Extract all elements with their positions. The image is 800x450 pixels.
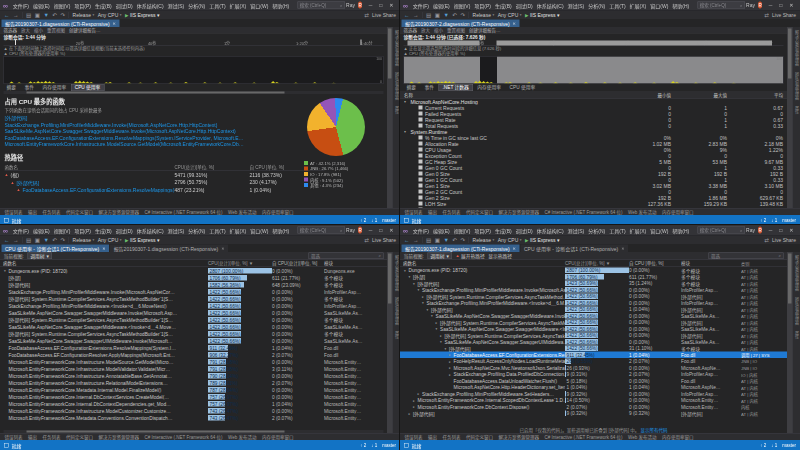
vertical-scrollbar[interactable] [387, 27, 393, 208]
table-row[interactable]: [外部代码] System.Runtime.CompilerServices.A… [0, 316, 387, 323]
close-icon[interactable] [513, 21, 516, 27]
detail-tab[interactable]: 事件 [421, 85, 438, 91]
expander-icon[interactable]: ▾ [444, 346, 448, 350]
horizontal-scrollbar[interactable] [4, 430, 384, 433]
create-report-button[interactable]: 创建详细报告… [469, 27, 501, 34]
search-input[interactable]: 搜索 (Ctrl+Q)⌕ [697, 2, 745, 9]
menu-item[interactable]: 编辑(E) [431, 226, 452, 234]
counter-row[interactable]: Gen 2 GC Count 0 0 0 [400, 189, 787, 195]
menu-item[interactable]: 文件(F) [411, 1, 431, 9]
table-row[interactable]: ▾[外部代码] 1423 (50.69%) 35 (1.24%) 多个模块 AT… [400, 280, 787, 287]
table-row[interactable]: SaaSLikeMe.AspNetCore.Swagger.SwaggerUIM… [0, 337, 387, 344]
expander-icon[interactable]: ▾ [426, 307, 430, 311]
expander-icon[interactable]: ▾ [403, 268, 407, 272]
side-tab[interactable]: 属性 [794, 106, 800, 114]
platform-dropdown[interactable]: Any CPU▾ [498, 12, 522, 18]
new-file-icon[interactable]: ▤ [26, 12, 31, 19]
counter-checkbox[interactable] [419, 142, 423, 146]
counter-row[interactable]: Current Requests 0 1 0.67 [400, 105, 787, 111]
zoom-out-button[interactable]: 缩小 [434, 27, 443, 34]
document-tab[interactable]: 报告20190307-1.diagsession (CTi-Responsive… [110, 245, 228, 253]
table-row[interactable]: Microsoft.EntityFrameworkCore.Infrastruc… [0, 365, 387, 372]
vertical-scrollbar[interactable] [787, 252, 793, 433]
menu-item[interactable]: 窗口(W) [648, 226, 670, 234]
close-button[interactable]: ✕ [786, 2, 797, 8]
document-tab[interactable]: 报告20190307-1.diagsession (CTi-Responsive… [2, 20, 120, 28]
counter-row[interactable]: Total Requests 0 1 0.33 [400, 123, 787, 129]
menu-item[interactable]: 分析(N) [586, 226, 607, 234]
table-row[interactable]: [外部] 1706 (60.79%) 611 (21.77%) 多个模块 [0, 274, 387, 281]
menu-item[interactable]: 视图(V) [52, 226, 73, 234]
menu-item[interactable]: 工具(T) [607, 1, 627, 9]
close-icon[interactable] [113, 21, 116, 27]
table-row[interactable]: ▸StackExchange.Profiling.Data.ProfiledDb… [400, 371, 787, 378]
side-tab[interactable]: 解决方案资源管理器 [794, 30, 800, 66]
side-tab[interactable]: 属性 [394, 106, 400, 114]
playhead-marker[interactable] [15, 40, 16, 46]
menu-item[interactable]: 窗口(W) [248, 1, 270, 9]
configuration-dropdown[interactable]: Release▾ [473, 237, 495, 243]
share-icon[interactable]: ⇄ [364, 237, 369, 244]
filter-button[interactable]: 筛选器 [404, 27, 418, 34]
table-row[interactable]: FooDatabaseAccess.EF.ConfigurationResolv… [0, 351, 387, 358]
expander-icon[interactable]: ▾ [3, 269, 7, 273]
filter-input[interactable]: 筛选⌕ [709, 253, 784, 260]
avatar[interactable]: R [358, 2, 362, 9]
side-tab[interactable]: 团队资源管理器 [794, 72, 800, 100]
configuration-dropdown[interactable]: Release▾ [473, 12, 495, 18]
menu-item[interactable]: 工具(T) [207, 1, 227, 9]
expander-icon[interactable]: ▾ [408, 275, 412, 279]
detail-tab[interactable]: CPU 使用率 [506, 85, 539, 91]
close-icon[interactable] [513, 246, 516, 252]
configuration-dropdown[interactable]: Release▾ [73, 12, 95, 18]
close-button[interactable]: ✕ [786, 227, 797, 233]
undo-icon[interactable]: ↶ [52, 12, 57, 19]
avatar[interactable]: R [758, 2, 762, 9]
start-debug-button[interactable]: ▶IIS Express▾ [125, 237, 160, 243]
forward-icon[interactable]: → [413, 237, 419, 243]
view-selector-dropdown[interactable]: 调用树▾ [427, 253, 452, 260]
menu-item[interactable]: 文件(F) [411, 226, 431, 234]
expander-icon[interactable]: ▸ [448, 359, 452, 363]
table-row[interactable]: ▸Microsoft.EntityFrameworkCore.Internal.… [400, 397, 787, 404]
document-tab[interactable]: CPU 使用率 - 诊断会话1 (CTi-Responsive) [2, 245, 110, 253]
detail-tab[interactable]: 内存使用率 [474, 85, 505, 91]
counter-row[interactable]: Exception Count 0 0 0 [400, 153, 787, 159]
show-hot-path-button[interactable]: 显示热路径 [488, 252, 512, 259]
live-share-button[interactable]: Live Share [772, 237, 796, 243]
redo-icon[interactable]: ↷ [60, 237, 65, 244]
expander-icon[interactable]: ▾ [435, 327, 439, 331]
table-row[interactable]: ▾[外部代码] 1422 (50.66%) 1 (0.04%) [外部代码] A… [400, 306, 787, 313]
menu-item[interactable]: 帮助(H) [270, 1, 291, 9]
counter-row[interactable]: Request Rate 0 1 0.67 [400, 117, 787, 123]
expander-icon[interactable]: ▾ [421, 301, 425, 305]
back-icon[interactable]: ← [404, 237, 410, 243]
open-file-icon[interactable]: ▣ [435, 12, 440, 19]
menu-item[interactable]: 调试(D) [514, 1, 535, 9]
live-share-button[interactable]: Live Share [372, 12, 396, 18]
status-item[interactable]: ↑ 2 [760, 218, 766, 223]
table-row[interactable]: Microsoft.EntityFrameworkCore.Metadata.I… [0, 386, 387, 393]
hot-path-row[interactable]: ▲(根) 5471 (99.31%) 2116 (38.73%) [5, 171, 325, 179]
minimize-button[interactable]: ─ [365, 227, 376, 233]
menu-item[interactable]: 项目(P) [472, 226, 493, 234]
table-row[interactable]: FooDatabaseAccess.DataUnloadWatcher.Flus… [400, 378, 787, 385]
table-row[interactable]: ▸[外部代码] 9 (0.32%) 9 (0.32%) [外部代码] AT | … [400, 410, 787, 417]
pie-chart[interactable] [307, 98, 365, 156]
show-all-code-link[interactable]: 显示所有代码 [641, 428, 668, 433]
zoom-out-button[interactable]: 缩小 [34, 27, 43, 34]
redo-icon[interactable]: ↷ [460, 12, 465, 19]
save-icon[interactable]: ▼ [43, 237, 48, 243]
function-name[interactable]: [外部代码] [16, 179, 39, 187]
menu-item[interactable]: 测试(S) [166, 226, 187, 234]
table-row[interactable]: Microsoft.EntityFrameworkCore.Metadata.C… [0, 414, 387, 421]
document-tab[interactable]: 报告20190307-1.diagsession (CTi-Responsive… [402, 245, 520, 253]
menu-item[interactable]: 文件(F) [11, 226, 31, 234]
platform-dropdown[interactable]: Any CPU▾ [98, 237, 122, 243]
forward-icon[interactable]: → [13, 237, 19, 243]
expander-icon[interactable]: ▸ [439, 333, 443, 337]
status-item[interactable]: ↓ 1 [371, 218, 377, 223]
menu-item[interactable]: 调试(D) [514, 226, 535, 234]
menu-item[interactable]: 测试(S) [566, 226, 587, 234]
back-icon[interactable]: ← [4, 12, 10, 18]
